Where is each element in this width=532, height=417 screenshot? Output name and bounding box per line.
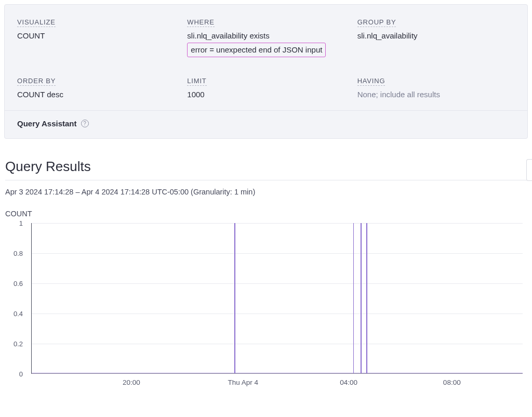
chart-spike [361,223,362,373]
group-by-value: sli.nlq_availability [357,30,515,42]
x-tick: 08:00 [443,379,461,386]
visualize-value: COUNT [17,30,175,42]
chart[interactable]: 1 0.8 0.6 0.4 0.2 0 20:00 Thu Apr 4 04:0… [5,223,527,389]
chart-title: COUNT [5,210,527,218]
y-tick: 0.4 [5,310,27,318]
having-cell[interactable]: HAVING None; include all results [357,76,515,100]
having-value: None; include all results [357,89,515,100]
chart-baseline [32,373,523,374]
x-tick: 20:00 [123,379,140,386]
y-tick: 0.6 [5,280,27,288]
order-by-value: COUNT desc [17,89,175,100]
y-tick: 0.8 [5,250,27,257]
where-value-1: sli.nlq_availability exists [187,30,344,42]
chart-spike [366,223,367,373]
query-assistant-label: Query Assistant [17,119,77,128]
group-by-label: GROUP BY [357,18,396,27]
results-section: Query Results Apr 3 2024 17:14:28 – Apr … [0,143,532,389]
order-by-cell[interactable]: ORDER BY COUNT desc [17,76,175,100]
results-title: Query Results [5,147,91,180]
visualize-cell[interactable]: VISUALIZE COUNT [17,17,175,57]
chart-spike [353,223,354,373]
order-by-label: ORDER BY [17,77,56,86]
x-tick: Thu Apr 4 [228,379,258,386]
having-label: HAVING [357,77,385,86]
where-label: WHERE [187,18,214,27]
limit-value: 1000 [187,89,344,100]
side-panel-toggle[interactable] [526,159,532,181]
query-builder: VISUALIZE COUNT WHERE sli.nlq_availabili… [4,4,528,139]
y-tick: 0 [5,370,27,378]
chart-spike [234,223,235,373]
where-cell[interactable]: WHERE sli.nlq_availability exists error … [187,17,344,57]
limit-label: LIMIT [187,77,206,86]
results-time-range: Apr 3 2024 17:14:28 – Apr 4 2024 17:14:2… [5,188,527,196]
visualize-label: VISUALIZE [17,18,56,27]
query-assistant-row[interactable]: Query Assistant ? [5,111,527,138]
group-by-cell[interactable]: GROUP BY sli.nlq_availability [357,17,515,57]
where-value-2-highlighted: error = unexpected end of JSON input [187,43,326,57]
y-tick: 0.2 [5,340,27,348]
help-icon[interactable]: ? [81,120,89,127]
query-grid: VISUALIZE COUNT WHERE sli.nlq_availabili… [5,5,527,110]
results-divider [5,180,527,180]
chart-plot-area[interactable] [31,223,523,374]
y-tick: 1 [5,219,27,227]
limit-cell[interactable]: LIMIT 1000 [187,76,344,100]
x-tick: 04:00 [340,379,357,386]
